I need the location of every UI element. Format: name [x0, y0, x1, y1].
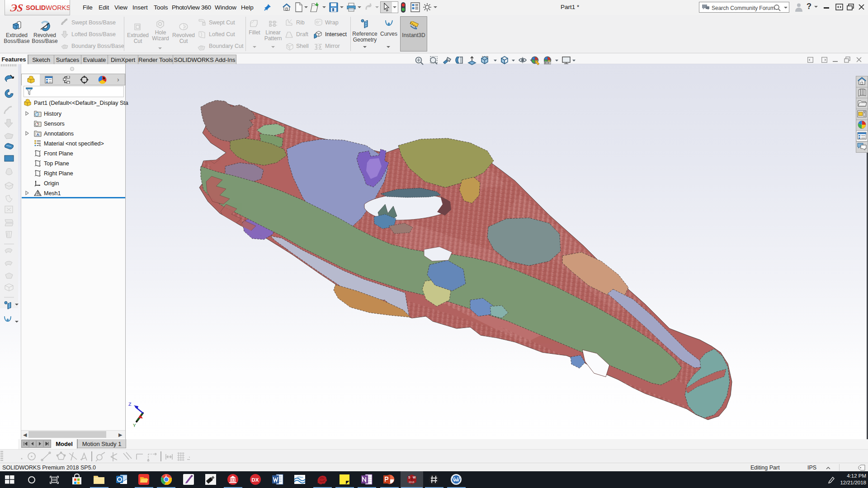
svg-text:SOLIDWORKS: SOLIDWORKS	[26, 4, 70, 11]
svg-text:Z: Z	[128, 402, 132, 407]
svg-text:VFliss: VFliss	[297, 476, 303, 479]
svg-text:2018: 2018	[409, 481, 414, 483]
svg-text:A: A	[37, 132, 39, 137]
svg-text:S: S	[408, 476, 410, 479]
svg-text:DX: DX	[252, 477, 259, 483]
svg-text:Y: Y	[133, 423, 136, 428]
svg-text:ЭS: ЭS	[10, 2, 24, 14]
svg-text:W: W	[413, 476, 416, 479]
